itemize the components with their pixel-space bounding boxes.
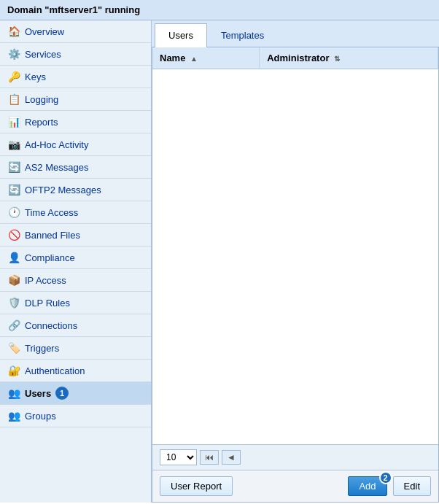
services-icon: ⚙️	[7, 47, 20, 61]
content-panel: Name ▲ Administrator ⇅	[152, 47, 439, 503]
sidebar-label-compliance: Compliance	[25, 252, 75, 263]
adhoc-icon: 📷	[7, 138, 20, 151]
col-name[interactable]: Name ▲	[152, 47, 260, 69]
add-button[interactable]: Add 2	[348, 476, 386, 496]
add-badge: 2	[379, 471, 392, 484]
title-bar: Domain "mftserver1" running	[0, 0, 439, 20]
col-admin-label: Administrator	[267, 53, 329, 63]
sidebar-item-services[interactable]: ⚙️Services	[0, 43, 151, 66]
sidebar-label-users: Users	[25, 388, 51, 399]
name-sort-icon: ▲	[190, 55, 198, 63]
table-header: Name ▲ Administrator ⇅	[152, 47, 438, 69]
table-area: Name ▲ Administrator ⇅	[152, 47, 438, 444]
reports-icon: 📊	[7, 115, 20, 128]
bannedfiles-icon: 🚫	[7, 228, 20, 241]
sidebar-item-ipaccess[interactable]: 📦IP Access	[0, 269, 151, 292]
sidebar-label-overview: Overview	[25, 26, 64, 37]
overview-icon: 🏠	[7, 25, 20, 38]
sidebar-label-connections: Connections	[25, 320, 77, 331]
connections-icon: 🔗	[7, 319, 20, 332]
col-name-label: Name	[160, 53, 185, 63]
logging-icon: 📋	[7, 93, 20, 106]
prev-page-button[interactable]: ◄	[222, 450, 241, 465]
add-button-wrapper: Add 2	[348, 476, 386, 496]
sidebar-item-compliance[interactable]: 👤Compliance	[0, 247, 151, 269]
col-administrator[interactable]: Administrator ⇅	[260, 47, 438, 69]
first-page-button[interactable]: ⏮	[200, 450, 219, 465]
groups-icon: 👥	[7, 409, 20, 422]
users-table: Name ▲ Administrator ⇅	[152, 47, 438, 69]
authentication-icon: 🔐	[7, 364, 20, 377]
sidebar-label-as2: AS2 Messages	[25, 162, 88, 173]
per-page-select[interactable]: 10 25 50 100	[160, 449, 197, 465]
users-icon: 👥	[7, 387, 20, 400]
sidebar-label-reports: Reports	[25, 117, 58, 128]
sidebar-badge-users: 1	[55, 387, 69, 400]
pagination-bar: 10 25 50 100 ⏮ ◄	[152, 444, 438, 470]
title-text: Domain "mftserver1" running	[7, 4, 140, 15]
dlprules-icon: 🛡️	[7, 296, 20, 309]
sidebar-label-logging: Logging	[25, 94, 58, 105]
sidebar-label-oftp2: OFTP2 Messages	[25, 185, 101, 195]
keys-icon: 🔑	[7, 70, 20, 83]
sidebar-label-triggers: Triggers	[25, 343, 59, 354]
sidebar-label-authentication: Authentication	[25, 365, 85, 376]
sidebar-label-timeaccess: Time Access	[25, 207, 78, 218]
sidebar-label-ipaccess: IP Access	[25, 275, 66, 286]
compliance-icon: 👤	[7, 251, 20, 264]
sidebar-item-bannedfiles[interactable]: 🚫Banned Files	[0, 224, 151, 247]
sidebar-item-overview[interactable]: 🏠Overview	[0, 20, 151, 43]
sidebar-item-authentication[interactable]: 🔐Authentication	[0, 360, 151, 382]
sidebar: 🏠Overview⚙️Services🔑Keys📋Logging📊Reports…	[0, 20, 152, 503]
main-layout: 🏠Overview⚙️Services🔑Keys📋Logging📊Reports…	[0, 20, 439, 503]
oftp2-icon: 🔄	[7, 183, 20, 196]
ipaccess-icon: 📦	[7, 274, 20, 287]
sidebar-item-logging[interactable]: 📋Logging	[0, 88, 151, 111]
sidebar-label-keys: Keys	[25, 71, 46, 82]
sidebar-item-triggers[interactable]: 🏷️Triggers	[0, 337, 151, 360]
content-area: UsersTemplates Name ▲ Administrator ⇅	[152, 20, 439, 503]
sidebar-item-as2[interactable]: 🔄AS2 Messages	[0, 156, 151, 179]
sidebar-label-adhoc: Ad-Hoc Activity	[25, 139, 88, 150]
edit-button[interactable]: Edit	[393, 476, 431, 496]
action-bar: User Report Add 2 Edit	[152, 470, 438, 502]
sidebar-item-users[interactable]: 👥Users1	[0, 382, 151, 405]
sidebar-label-bannedfiles: Banned Files	[25, 230, 80, 241]
user-report-button[interactable]: User Report	[160, 476, 233, 496]
tab-users[interactable]: Users	[155, 23, 207, 47]
sidebar-label-groups: Groups	[25, 411, 56, 422]
tabs-bar: UsersTemplates	[152, 20, 439, 47]
sidebar-item-reports[interactable]: 📊Reports	[0, 111, 151, 133]
sidebar-item-timeaccess[interactable]: 🕐Time Access	[0, 201, 151, 224]
sidebar-label-services: Services	[25, 49, 61, 60]
timeaccess-icon: 🕐	[7, 206, 20, 219]
sidebar-item-connections[interactable]: 🔗Connections	[0, 314, 151, 337]
admin-sort-icon: ⇅	[334, 55, 340, 63]
sidebar-item-oftp2[interactable]: 🔄OFTP2 Messages	[0, 179, 151, 201]
sidebar-item-dlprules[interactable]: 🛡️DLP Rules	[0, 292, 151, 314]
triggers-icon: 🏷️	[7, 341, 20, 354]
as2-icon: 🔄	[7, 160, 20, 174]
tab-templates[interactable]: Templates	[207, 23, 278, 47]
add-label: Add	[359, 481, 376, 492]
sidebar-label-dlprules: DLP Rules	[25, 298, 70, 309]
sidebar-item-keys[interactable]: 🔑Keys	[0, 66, 151, 88]
sidebar-item-adhoc[interactable]: 📷Ad-Hoc Activity	[0, 133, 151, 156]
sidebar-item-groups[interactable]: 👥Groups	[0, 405, 151, 427]
